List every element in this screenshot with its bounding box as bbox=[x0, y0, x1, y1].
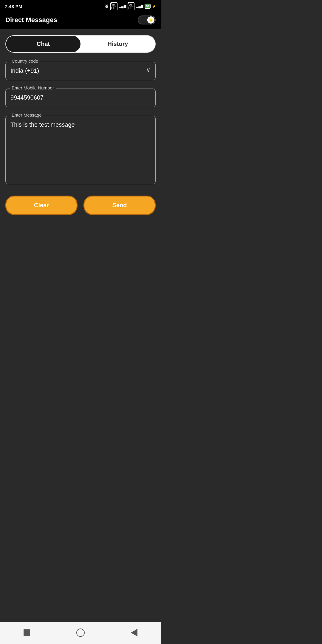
message-label: Enter Message bbox=[10, 112, 44, 117]
toggle-knob: 🌟 bbox=[147, 16, 154, 24]
bottom-spacer bbox=[0, 221, 161, 245]
mobile-number-field: Enter Mobile Number bbox=[5, 89, 156, 107]
tab-history[interactable]: History bbox=[80, 36, 155, 52]
status-icons: ⏰ VoLTE ▂▄▆ VoLTE ▂▄▆ 56 ⚡ bbox=[105, 2, 156, 10]
main-content: Country code India (+91) USA (+1) UK (+4… bbox=[0, 53, 161, 221]
send-button[interactable]: Send bbox=[83, 196, 156, 215]
signal-bars-1: ▂▄▆ bbox=[119, 4, 126, 8]
country-code-select-wrapper: India (+91) USA (+1) UK (+44) Australia … bbox=[10, 64, 151, 75]
app-header: Direct Messages 🌟 bbox=[0, 12, 161, 29]
mobile-number-label: Enter Mobile Number bbox=[10, 85, 56, 90]
country-code-label: Country code bbox=[10, 58, 40, 64]
clear-button[interactable]: Clear bbox=[5, 196, 78, 215]
tab-chat[interactable]: Chat bbox=[6, 36, 80, 52]
country-code-field: Country code India (+91) USA (+1) UK (+4… bbox=[5, 62, 156, 80]
message-field: Enter Message This is the test message bbox=[5, 116, 156, 184]
tab-bar: Chat History bbox=[5, 35, 156, 53]
volte-icon2: VoLTE bbox=[128, 2, 135, 10]
action-buttons: Clear Send bbox=[5, 196, 156, 215]
toggle-icon: 🌟 bbox=[148, 18, 153, 22]
signal-bars-2: ▂▄▆ bbox=[136, 4, 143, 8]
country-code-select[interactable]: India (+91) USA (+1) UK (+44) Australia … bbox=[10, 64, 151, 75]
battery-level: 56 bbox=[145, 4, 151, 9]
page-title: Direct Messages bbox=[5, 16, 57, 24]
status-bar: 7:48 PM ⏰ VoLTE ▂▄▆ VoLTE ▂▄▆ 56 ⚡ bbox=[0, 0, 161, 12]
bolt-icon: ⚡ bbox=[152, 4, 156, 8]
status-time: 7:48 PM bbox=[5, 4, 22, 9]
message-textarea[interactable]: This is the test message bbox=[10, 118, 151, 178]
dark-mode-toggle[interactable]: 🌟 bbox=[138, 16, 156, 24]
mobile-number-input[interactable] bbox=[10, 91, 151, 102]
alarm-icon: ⏰ bbox=[105, 4, 109, 8]
volte-icon1: VoLTE bbox=[110, 2, 117, 10]
